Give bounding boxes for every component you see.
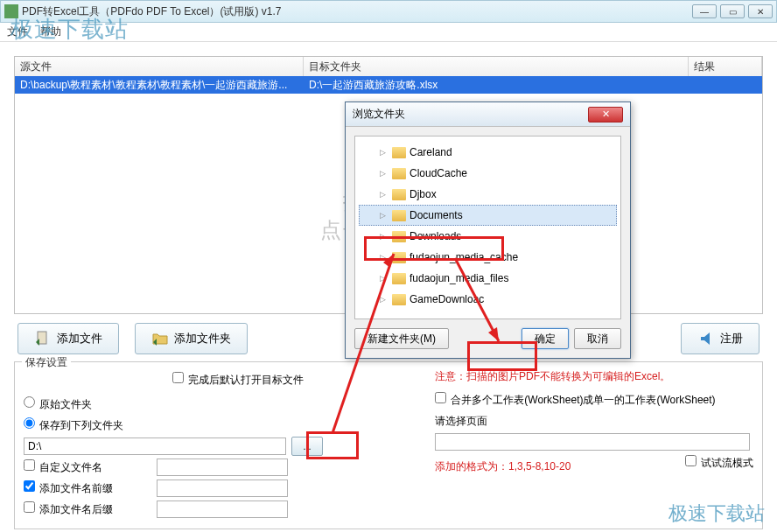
orig-folder-radio[interactable]: 原始文件夹: [24, 396, 92, 412]
dialog-title: 浏览文件夹: [353, 107, 588, 122]
col-result[interactable]: 结果: [689, 57, 762, 76]
new-folder-button[interactable]: 新建文件夹(M): [354, 328, 449, 349]
watermark-bottom: 极速下载站: [668, 500, 765, 527]
folder-icon: [392, 252, 406, 263]
settings-title: 保存设置: [22, 355, 71, 370]
select-pages-label: 请选择页面: [435, 414, 487, 429]
table-header: 源文件 目标文件夹 结果: [15, 57, 762, 76]
minimize-button[interactable]: —: [692, 4, 717, 18]
cell-result: [689, 76, 762, 94]
tree-item-fudaojun-cache[interactable]: ▷fudaojun_media_cache: [359, 247, 617, 268]
folder-icon: [392, 231, 406, 242]
add-file-button[interactable]: 添加文件: [18, 323, 119, 354]
cell-target: D:\一起游西藏旅游攻略.xlsx: [304, 76, 689, 94]
folder-icon: [392, 294, 406, 305]
folder-add-icon: [151, 330, 169, 347]
pages-input[interactable]: [435, 433, 750, 451]
prefix-checkbox[interactable]: 添加文件名前缀: [24, 480, 113, 496]
file-add-icon: [34, 330, 52, 347]
merge-sheets-checkbox[interactable]: 合并多个工作表(WorkSheet)成单一的工作表(WorkSheet): [435, 392, 716, 408]
tree-item-cloudcache[interactable]: ▷CloudCache: [359, 163, 617, 184]
format-hint: 添加的格式为：1,3,5-8,10-20: [435, 459, 570, 474]
save-path-input[interactable]: [24, 438, 286, 455]
dialog-titlebar: 浏览文件夹 ✕: [346, 102, 630, 127]
tree-item-djbox[interactable]: ▷Djbox: [359, 184, 617, 205]
maximize-button[interactable]: ▭: [720, 4, 745, 18]
add-file-label: 添加文件: [57, 331, 102, 346]
save-settings-group: 保存设置 完成后默认打开目标文件 原始文件夹 保存到下列文件夹 ... 自定义文…: [14, 361, 763, 529]
suffix-checkbox[interactable]: 添加文件名后缀: [24, 501, 113, 517]
folder-icon: [392, 168, 406, 179]
folder-icon: [392, 147, 406, 158]
custom-name-checkbox[interactable]: 自定义文件名: [24, 459, 102, 475]
speaker-icon: [697, 330, 715, 347]
prefix-input[interactable]: [157, 480, 288, 497]
browse-button[interactable]: ...: [291, 437, 323, 456]
test-mode-checkbox[interactable]: 试试流模式: [685, 455, 753, 471]
save-to-radio[interactable]: 保存到下列文件夹: [24, 417, 123, 433]
table-row[interactable]: D:\backup\教程素材\教程素材\教程素材\一起游西藏旅游... D:\一…: [15, 76, 762, 94]
tree-item-careland[interactable]: ▷Careland: [359, 142, 617, 163]
folder-icon: [392, 273, 406, 284]
window-controls: — ▭ ✕: [692, 4, 773, 18]
browse-folder-dialog: 浏览文件夹 ✕ ▷Careland ▷CloudCache ▷Djbox ▷Do…: [345, 102, 631, 359]
folder-tree[interactable]: ▷Careland ▷CloudCache ▷Djbox ▷Documents …: [354, 136, 621, 319]
folder-icon: [392, 210, 406, 221]
register-button[interactable]: 注册: [681, 323, 760, 354]
dialog-close-button[interactable]: ✕: [588, 107, 623, 122]
folder-icon: [392, 189, 406, 200]
col-source[interactable]: 源文件: [15, 57, 304, 76]
add-folder-button[interactable]: 添加文件夹: [135, 323, 248, 354]
add-folder-label: 添加文件夹: [174, 331, 231, 346]
col-target[interactable]: 目标文件夹: [304, 57, 689, 76]
tree-item-documents[interactable]: ▷Documents: [359, 205, 617, 226]
note-warning: 注意：扫描的图片PDF不能转换为可编辑的Excel。: [435, 369, 753, 384]
close-button[interactable]: ✕: [748, 4, 773, 18]
ok-button[interactable]: 确定: [522, 328, 569, 349]
custom-name-input[interactable]: [157, 458, 288, 476]
open-after-checkbox[interactable]: 完成后默认打开目标文件: [172, 372, 304, 388]
cell-source: D:\backup\教程素材\教程素材\教程素材\一起游西藏旅游...: [15, 76, 304, 94]
tree-item-downloads[interactable]: ▷Downloads: [359, 226, 617, 247]
tree-item-gamedownload[interactable]: ▷GameDownloac: [359, 289, 617, 310]
watermark-top: 极速下载站: [10, 14, 129, 45]
register-label: 注册: [720, 331, 743, 346]
suffix-input[interactable]: [157, 500, 288, 518]
tree-item-fudaojun-files[interactable]: ▷fudaojun_media_files: [359, 268, 617, 289]
cancel-button[interactable]: 取消: [574, 328, 621, 349]
